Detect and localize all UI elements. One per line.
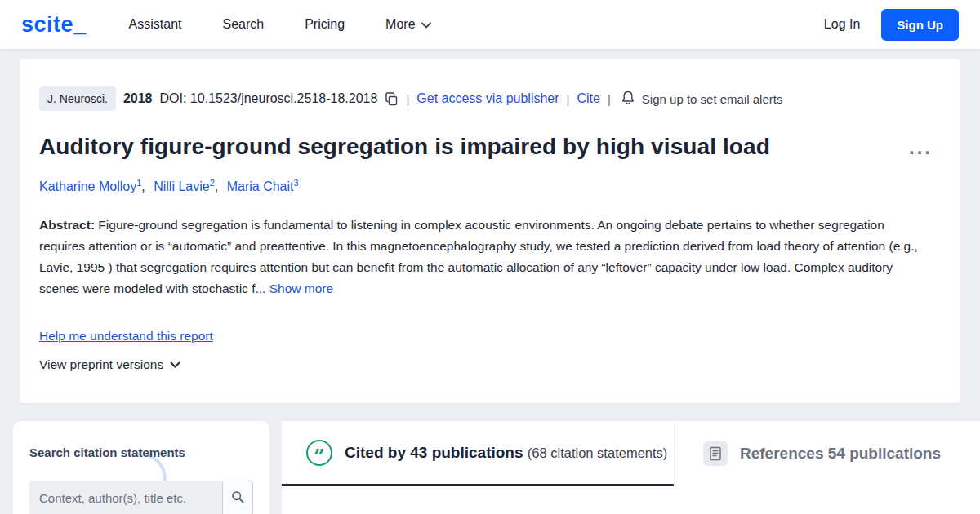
journal-badge[interactable]: J. Neurosci. (39, 86, 116, 111)
author-list: Katharine Molloy1, Nilli Lavie2, Maria C… (39, 178, 941, 194)
header-actions: Log In Sign Up (824, 9, 959, 41)
citation-search-row (29, 481, 253, 514)
author-affiliation-sup: 2 (210, 178, 215, 188)
email-alerts-button[interactable]: Sign up to set email alerts (621, 91, 783, 108)
chevron-down-icon (170, 357, 180, 372)
citation-snippet-panel: “...The results showed that lower-level … (282, 486, 980, 514)
show-more-link[interactable]: Show more (270, 281, 333, 295)
copy-doi-icon[interactable] (385, 92, 399, 106)
publication-year: 2018 (123, 91, 153, 106)
nav-item-search[interactable]: Search (222, 17, 264, 32)
author-separator: , (215, 179, 218, 193)
paper-title: Auditory figure-ground segregation is im… (39, 134, 941, 160)
citation-tabs-area: ” Cited by 43 publications (68 citation … (282, 421, 980, 514)
main-nav: Assistant Search Pricing More (129, 17, 431, 32)
search-icon (231, 490, 244, 507)
nav-item-assistant[interactable]: Assistant (129, 17, 182, 32)
chevron-down-icon (421, 17, 431, 32)
citation-search-input[interactable] (29, 481, 222, 514)
doi-text: DOI: 10.1523/jneurosci.2518-18.2018 (160, 91, 378, 106)
more-options-button[interactable]: ... (909, 144, 933, 152)
nav-item-more[interactable]: More (385, 17, 430, 32)
abstract-label: Abstract: (39, 218, 95, 232)
citation-search-panel: Search citation statements (13, 421, 270, 514)
abstract-paragraph: Abstract: Figure-ground segregation is f… (39, 215, 933, 299)
references-doc-icon (703, 441, 728, 466)
citation-statements-count: (68 citation statements) (528, 445, 668, 460)
author-affiliation-sup: 3 (294, 178, 299, 188)
author-link[interactable]: Nilli Lavie (154, 179, 209, 193)
paper-card: J. Neurosci. 2018 DOI: 10.1523/jneurosci… (20, 59, 960, 403)
publisher-access-link[interactable]: Get access via publisher (416, 91, 559, 106)
login-link[interactable]: Log In (824, 17, 860, 32)
author-separator: , (141, 179, 145, 193)
citation-tabs: ” Cited by 43 publications (68 citation … (282, 421, 980, 486)
references-label: References 54 publications (740, 445, 941, 463)
tab-cited-by[interactable]: ” Cited by 43 publications (68 citation … (282, 421, 674, 486)
separator: | (567, 92, 570, 106)
bell-icon (621, 91, 635, 108)
citations-section: Search citation statements ” Cited by 43… (0, 421, 980, 514)
citation-search-heading: Search citation statements (29, 445, 253, 459)
citation-search-button[interactable] (222, 481, 253, 514)
tab-references[interactable]: References 54 publications (674, 421, 980, 486)
cited-by-count: Cited by 43 publications (345, 444, 523, 461)
scite-logo[interactable]: scite_ (21, 12, 87, 38)
help-understand-link[interactable]: Help me understand this report (39, 329, 213, 343)
smart-citation-icon: ” (306, 440, 332, 466)
nav-item-label: Pricing (305, 17, 345, 32)
email-alerts-label: Sign up to set email alerts (642, 92, 783, 106)
separator: | (406, 92, 409, 106)
paper-meta-row: J. Neurosci. 2018 DOI: 10.1523/jneurosci… (39, 86, 941, 111)
top-nav-bar: scite_ Assistant Search Pricing More Log… (0, 0, 980, 49)
nav-item-label: Assistant (129, 17, 182, 32)
nav-item-label: Search (222, 17, 264, 32)
preprint-versions-label: View preprint versions (39, 357, 163, 372)
cited-by-label: Cited by 43 publications (68 citation st… (345, 444, 667, 462)
author-link[interactable]: Katharine Molloy (39, 179, 136, 193)
cite-link[interactable]: Cite (577, 91, 600, 106)
nav-item-label: More (385, 17, 415, 32)
author-link[interactable]: Maria Chait (227, 179, 294, 193)
signup-button[interactable]: Sign Up (881, 9, 959, 41)
separator: | (608, 92, 611, 106)
abstract-text: Figure-ground segregation is fundamental… (39, 218, 918, 295)
preprint-versions-toggle[interactable]: View preprint versions (39, 357, 180, 372)
nav-item-pricing[interactable]: Pricing (305, 17, 345, 32)
